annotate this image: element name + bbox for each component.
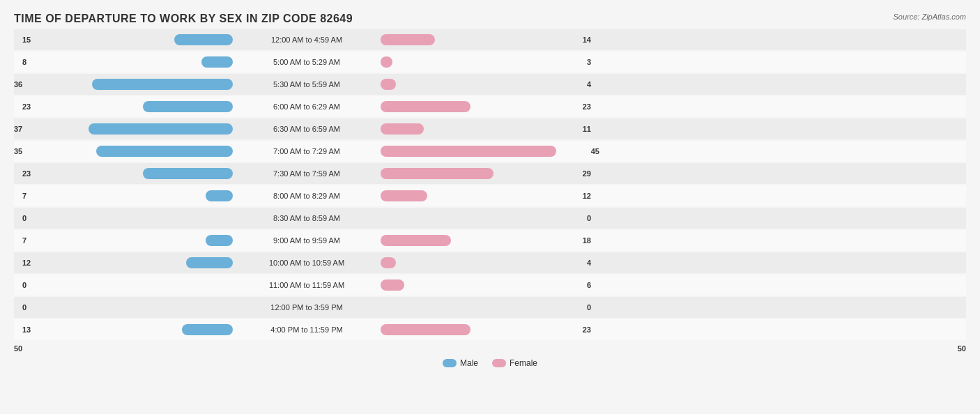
- bar-row: 37 6:30 AM to 6:59 AM 11: [14, 118, 966, 139]
- female-bar: [381, 168, 493, 179]
- legend-male: Male: [443, 358, 478, 368]
- bar-row: 15 12:00 AM to 4:59 AM 14: [14, 29, 966, 50]
- male-value: 0: [22, 303, 26, 312]
- left-section: 35: [14, 141, 237, 162]
- time-label: 8:00 AM to 8:29 AM: [237, 192, 376, 200]
- time-label: 6:00 AM to 6:29 AM: [237, 102, 376, 111]
- male-value: 23: [22, 169, 31, 178]
- bar-row: 0 11:00 AM to 11:59 AM 6: [14, 275, 966, 296]
- right-section: 0: [376, 208, 599, 229]
- left-section: 23: [14, 163, 237, 184]
- male-color-swatch: [443, 359, 457, 367]
- right-section: 12: [376, 185, 599, 206]
- female-value: 23: [583, 325, 591, 334]
- male-value: 8: [22, 58, 26, 66]
- male-value: 13: [22, 325, 31, 334]
- time-label: 5:00 AM to 5:29 AM: [237, 58, 376, 66]
- right-section: 0: [376, 297, 599, 318]
- time-label: 12:00 AM to 4:59 AM: [237, 36, 376, 44]
- bar-row: 8 5:00 AM to 5:29 AM 3: [14, 52, 966, 72]
- right-section: 14: [376, 29, 599, 50]
- male-bar: [201, 56, 233, 68]
- male-value: 0: [22, 214, 26, 222]
- female-color-swatch: [492, 359, 506, 367]
- male-value: 12: [22, 259, 31, 267]
- male-value: 37: [14, 125, 22, 133]
- axis-left: 50: [14, 344, 22, 353]
- left-section: 23: [14, 96, 237, 117]
- time-label: 7:30 AM to 7:59 AM: [237, 169, 376, 178]
- chart-title: TIME OF DEPARTURE TO WORK BY SEX IN ZIP …: [14, 13, 966, 25]
- female-bar: [381, 235, 451, 246]
- chart-rows-wrapper: 15 12:00 AM to 4:59 AM 14 8 5:00 AM to 5…: [14, 29, 966, 342]
- female-bar: [381, 324, 470, 335]
- left-section: 0: [14, 208, 237, 229]
- left-section: 0: [14, 297, 237, 318]
- right-section: 4: [376, 252, 599, 273]
- left-section: 7: [14, 185, 237, 206]
- left-section: 0: [14, 275, 237, 296]
- left-section: 36: [14, 74, 237, 95]
- bar-row: 0 12:00 PM to 3:59 PM 0: [14, 297, 966, 318]
- female-value: 29: [583, 169, 591, 178]
- male-bar: [96, 146, 233, 157]
- female-value: 0: [587, 214, 591, 222]
- male-value: 23: [22, 102, 31, 111]
- axis-labels: 50 50: [14, 344, 966, 353]
- bar-row: 7 9:00 AM to 9:59 AM 18: [14, 230, 966, 251]
- female-value: 0: [587, 303, 591, 312]
- left-section: 7: [14, 230, 237, 251]
- legend-female: Female: [492, 358, 537, 368]
- male-bar: [206, 235, 233, 246]
- female-bar: [381, 101, 470, 112]
- female-bar: [381, 123, 424, 135]
- right-section: 4: [376, 74, 599, 95]
- right-section: 6: [376, 275, 599, 296]
- right-section: 3: [376, 52, 599, 72]
- time-label: 11:00 AM to 11:59 AM: [237, 281, 376, 289]
- bar-row: 0 8:30 AM to 8:59 AM 0: [14, 208, 966, 229]
- right-section: 23: [376, 96, 599, 117]
- female-bar: [381, 279, 404, 291]
- left-section: 15: [14, 29, 237, 50]
- female-bar: [381, 34, 435, 45]
- time-label: 5:30 AM to 5:59 AM: [237, 80, 376, 89]
- legend: Male Female: [14, 358, 966, 368]
- bar-row: 23 7:30 AM to 7:59 AM 29: [14, 163, 966, 184]
- female-bar: [381, 190, 427, 201]
- male-bar: [143, 101, 233, 112]
- male-bar: [174, 34, 233, 45]
- bar-row: 7 8:00 AM to 8:29 AM 12: [14, 185, 966, 206]
- male-bar: [182, 324, 233, 335]
- female-value: 23: [583, 102, 591, 111]
- right-section: 11: [376, 118, 599, 139]
- male-bar: [206, 190, 233, 201]
- female-value: 4: [587, 80, 591, 89]
- male-bar: [143, 168, 233, 179]
- left-section: 8: [14, 52, 237, 72]
- female-value: 3: [587, 58, 591, 66]
- female-value: 11: [583, 125, 591, 133]
- time-label: 9:00 AM to 9:59 AM: [237, 236, 376, 245]
- bar-row: 35 7:00 AM to 7:29 AM 45: [14, 141, 966, 162]
- female-bar: [381, 79, 396, 90]
- male-value: 7: [22, 192, 26, 200]
- left-section: 12: [14, 252, 237, 273]
- female-value: 14: [583, 36, 591, 44]
- right-section: 23: [376, 319, 599, 340]
- male-value: 0: [22, 281, 26, 289]
- male-value: 15: [22, 36, 31, 44]
- male-value: 35: [14, 147, 22, 155]
- left-section: 37: [14, 118, 237, 139]
- male-bar: [89, 123, 233, 135]
- chart-container: TIME OF DEPARTURE TO WORK BY SEX IN ZIP …: [0, 0, 980, 414]
- female-value: 4: [587, 259, 591, 267]
- female-bar: [381, 56, 392, 68]
- right-section: 29: [376, 163, 599, 184]
- male-bar: [92, 79, 233, 90]
- female-value: 12: [583, 192, 591, 200]
- time-label: 7:00 AM to 7:29 AM: [237, 147, 376, 155]
- male-bar: [186, 257, 233, 268]
- right-section: 45: [376, 141, 599, 162]
- left-section: 13: [14, 319, 237, 340]
